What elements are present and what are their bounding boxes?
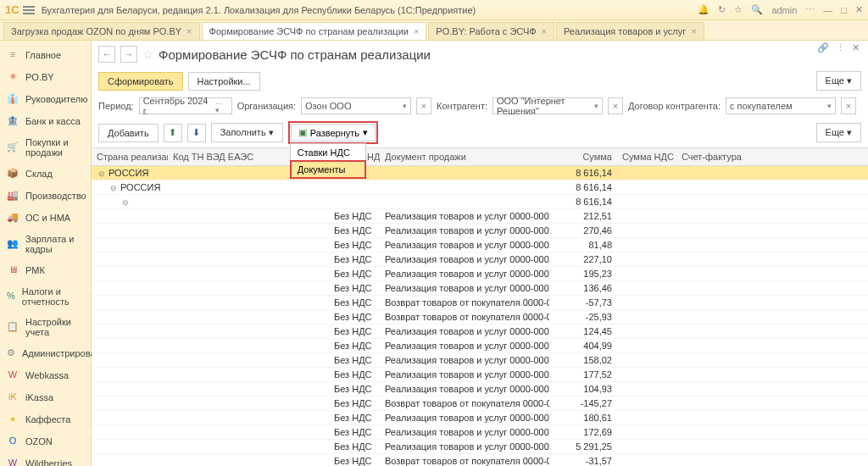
group-row[interactable]: ⊖8 616,14 xyxy=(92,195,868,209)
dd-rates-item[interactable]: Ставки НДС xyxy=(291,144,365,161)
sidebar-item-11[interactable]: 📋Настройки учета xyxy=(0,312,91,342)
table-row[interactable]: Без НДСВозврат товаров от покупателя 000… xyxy=(92,397,868,411)
table-row[interactable]: Без НДСРеализация товаров и услуг 0000-0… xyxy=(92,440,868,454)
col-inv[interactable]: Счет-фактура xyxy=(676,152,770,162)
bell-icon[interactable]: 🔔 xyxy=(698,4,709,15)
org-clear-button[interactable]: × xyxy=(416,97,431,114)
table-row[interactable]: Без НДСРеализация товаров и услуг 0000-0… xyxy=(92,281,868,296)
col-country[interactable]: Страна реализации xyxy=(92,152,168,162)
sidebar-label: Зарплата и кадры xyxy=(25,234,84,254)
sidebar-item-5[interactable]: 📦Склад xyxy=(0,163,91,185)
group-row[interactable]: ⊖РОССИЯ8 616,14 xyxy=(92,180,868,195)
table-row[interactable]: Без НДСРеализация товаров и услуг 0000-0… xyxy=(92,252,868,267)
form-button[interactable]: Сформировать xyxy=(98,72,183,91)
sidebar-icon: W xyxy=(7,458,19,466)
sidebar-item-10[interactable]: %Налоги и отчетность xyxy=(0,281,91,312)
sidebar-icon: 👥 xyxy=(7,238,19,250)
sidebar-item-7[interactable]: 🚚ОС и НМА xyxy=(0,207,91,229)
sidebar-item-2[interactable]: 👔Руководителю xyxy=(0,88,91,110)
period-input[interactable]: Сентябрь 2024 г.... ▾ xyxy=(139,97,232,114)
table-row[interactable]: Без НДСРеализация товаров и услуг 0000-0… xyxy=(92,224,868,238)
col-nds[interactable]: Сумма НДС xyxy=(617,152,676,162)
more-button[interactable]: Еще ▾ xyxy=(816,71,861,91)
kebab-icon[interactable]: ⋮ xyxy=(836,42,845,53)
link-icon[interactable]: 🔗 xyxy=(817,42,829,53)
user-label[interactable]: admin xyxy=(771,5,797,15)
tabbar: Загрузка продаж OZON по дням PO.BY×Форми… xyxy=(0,20,868,41)
sidebar-item-12[interactable]: ⚙Администрирование xyxy=(0,342,91,364)
sidebar-item-1[interactable]: ✳PO.BY xyxy=(0,66,91,88)
table-row[interactable]: Без НДСВозврат товаров от покупателя 000… xyxy=(92,454,868,466)
add-button[interactable]: Добавить xyxy=(98,124,159,142)
nav-fwd-button[interactable]: → xyxy=(120,46,137,63)
table-row[interactable]: Без НДСРеализация товаров и услуг 0000-0… xyxy=(92,325,868,339)
options-icon[interactable]: ⋯ xyxy=(805,4,815,15)
tab-3[interactable]: Реализация товаров и услуг× xyxy=(556,22,704,40)
table-row[interactable]: Без НДСРеализация товаров и услуг 0000-0… xyxy=(92,267,868,281)
table-row[interactable]: Без НДСВозврат товаров от покупателя 000… xyxy=(92,310,868,325)
tab-close-icon[interactable]: × xyxy=(691,26,696,36)
sidebar-icon: 🖥 xyxy=(7,264,19,276)
tab-close-icon[interactable]: × xyxy=(414,26,419,36)
tab-0[interactable]: Загрузка продаж OZON по дням PO.BY× xyxy=(3,22,200,40)
grid-body[interactable]: ⊖РОССИЯ8 616,14⊖РОССИЯ8 616,14⊖8 616,14Б… xyxy=(92,166,868,466)
sidebar-label: РМК xyxy=(25,265,45,275)
sidebar-label: Банк и касса xyxy=(25,116,81,126)
sidebar-icon: 📦 xyxy=(7,168,19,180)
star-icon[interactable]: ☆ xyxy=(734,4,743,15)
move-up-button[interactable]: ⬆ xyxy=(164,124,182,142)
dd-docs-item[interactable]: Документы xyxy=(291,161,365,178)
org-input[interactable]: Озон ООО▾ xyxy=(301,97,411,114)
kontr-input[interactable]: ООО "Интернет Решения"▾ xyxy=(492,97,603,114)
expand-button[interactable]: ▣Развернуть ▾ xyxy=(291,124,376,141)
tab-close-icon[interactable]: × xyxy=(542,26,547,36)
table-row[interactable]: Без НДСРеализация товаров и услуг 0000-0… xyxy=(92,339,868,353)
favorite-icon[interactable]: ☆ xyxy=(142,47,153,61)
history-icon[interactable]: ↻ xyxy=(718,4,726,15)
sidebar-icon: 🚚 xyxy=(7,212,19,224)
dog-input[interactable]: с покупателем▾ xyxy=(726,97,836,114)
kontr-clear-button[interactable]: × xyxy=(608,97,623,114)
sidebar-item-9[interactable]: 🖥РМК xyxy=(0,259,91,281)
table-row[interactable]: Без НДСРеализация товаров и услуг 0000-0… xyxy=(92,368,868,382)
more-button-2[interactable]: Еще ▾ xyxy=(816,123,861,142)
col-doc[interactable]: Документ продажи xyxy=(380,152,549,162)
settings-button[interactable]: Настройки... xyxy=(188,72,260,91)
sidebar-item-17[interactable]: WWildberries xyxy=(0,452,91,466)
close-icon[interactable]: ✕ xyxy=(855,4,863,15)
table-row[interactable]: Без НДСРеализация товаров и услуг 0000-0… xyxy=(92,382,868,397)
tab-close-icon[interactable]: × xyxy=(186,26,192,36)
sidebar-item-6[interactable]: 🏭Производство xyxy=(0,185,91,207)
col-sum[interactable]: Сумма xyxy=(549,152,617,162)
minimize-icon[interactable]: — xyxy=(823,5,832,15)
nav-back-button[interactable]: ← xyxy=(98,46,115,63)
table-row[interactable]: Без НДСРеализация товаров и услуг 0000-0… xyxy=(92,209,868,224)
search-icon[interactable]: 🔍 xyxy=(751,4,763,15)
maximize-icon[interactable]: □ xyxy=(841,5,847,15)
table-row[interactable]: Без НДСРеализация товаров и услуг 0000-0… xyxy=(92,425,868,440)
menu-icon[interactable] xyxy=(23,6,35,14)
sidebar-icon: 📋 xyxy=(7,321,19,333)
sidebar-label: Покупки и продажи xyxy=(25,137,84,158)
sidebar-item-14[interactable]: iKiKassa xyxy=(0,386,91,408)
dog-clear-button[interactable]: × xyxy=(841,97,856,114)
table-row[interactable]: Без НДСРеализация товаров и услуг 0000-0… xyxy=(92,238,868,252)
close-page-icon[interactable]: ✕ xyxy=(852,42,860,53)
sidebar-item-0[interactable]: ≡Главное xyxy=(0,44,91,66)
tab-2[interactable]: PO.BY: Работа с ЭСЧФ× xyxy=(428,22,554,40)
sidebar-icon: W xyxy=(7,369,19,381)
table-row[interactable]: Без НДСРеализация товаров и услуг 0000-0… xyxy=(92,353,868,368)
table-row[interactable]: Без НДСВозврат товаров от покупателя 000… xyxy=(92,296,868,310)
sidebar-item-16[interactable]: OOZON xyxy=(0,430,91,452)
sidebar-item-13[interactable]: WWebkassa xyxy=(0,364,91,386)
sidebar-label: Налоги и отчетность xyxy=(22,286,84,307)
group-row[interactable]: ⊖РОССИЯ8 616,14 xyxy=(92,166,868,180)
move-down-button[interactable]: ⬇ xyxy=(187,124,206,142)
sidebar-item-8[interactable]: 👥Зарплата и кадры xyxy=(0,229,91,259)
sidebar-item-4[interactable]: 🛒Покупки и продажи xyxy=(0,132,91,163)
sidebar-item-3[interactable]: 🏦Банк и касса xyxy=(0,110,91,132)
sidebar-item-15[interactable]: ●Каффеста xyxy=(0,408,91,430)
fill-button[interactable]: Заполнить ▾ xyxy=(211,123,283,142)
tab-1[interactable]: Формирование ЭСЧФ по странам реализации× xyxy=(202,22,427,40)
table-row[interactable]: Без НДСРеализация товаров и услуг 0000-0… xyxy=(92,411,868,425)
